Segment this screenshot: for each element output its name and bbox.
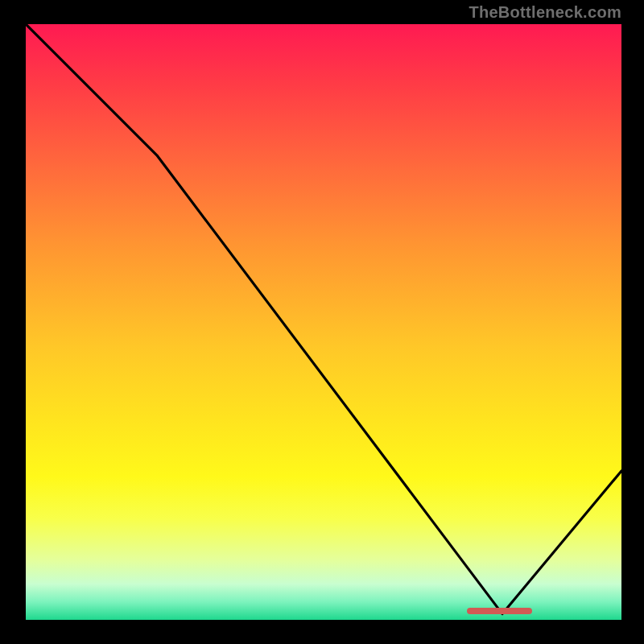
- curve-svg: [26, 24, 621, 620]
- optimal-range-marker: [467, 608, 532, 614]
- bottleneck-curve: [26, 24, 621, 614]
- plot-area: [26, 24, 621, 620]
- chart-frame: TheBottleneck.com: [0, 0, 644, 644]
- attribution-label: TheBottleneck.com: [469, 3, 621, 22]
